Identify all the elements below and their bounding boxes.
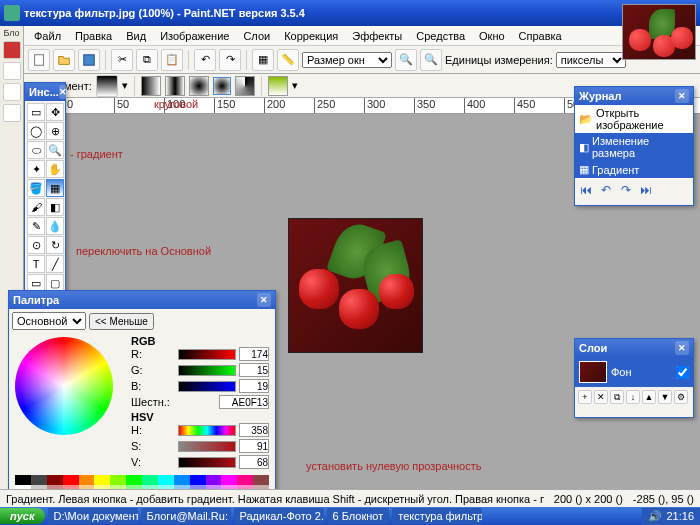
pan-tool[interactable]: ✋ (46, 160, 64, 178)
taskbar-item[interactable]: D:\Мои документы\... (48, 508, 138, 524)
close-icon[interactable]: ✕ (675, 89, 689, 103)
hex-input[interactable] (219, 395, 269, 409)
eraser-tool[interactable]: ◧ (46, 198, 64, 216)
menu-image[interactable]: Изображение (154, 28, 235, 44)
menu-tools[interactable]: Средства (410, 28, 471, 44)
picker-tool[interactable]: 💧 (46, 217, 64, 235)
color-mode-select[interactable]: Основной (12, 312, 86, 330)
open-icon[interactable] (53, 49, 75, 71)
less-button[interactable]: << Меньше (89, 313, 154, 330)
fill-tool[interactable]: 🪣 (27, 179, 45, 197)
system-tray[interactable]: 🔊21:16 (642, 508, 700, 525)
line-tool[interactable]: ╱ (46, 255, 64, 273)
gradient-linear-icon[interactable] (141, 76, 161, 96)
pencil-tool[interactable]: ✎ (27, 217, 45, 235)
rect-select-tool[interactable]: ▭ (27, 103, 45, 121)
menu-help[interactable]: Справка (513, 28, 568, 44)
gradient-mode-icon[interactable] (268, 76, 288, 96)
layer-down-icon[interactable]: ▼ (658, 390, 672, 404)
g-input[interactable] (239, 363, 269, 377)
history-panel: Журнал✕ 📂Открыть изображение ◧Изменение … (574, 86, 694, 206)
layer-up-icon[interactable]: ▲ (642, 390, 656, 404)
close-icon[interactable]: ✕ (257, 293, 271, 307)
taskbar-item[interactable]: текстура фильтр.j... (392, 508, 482, 524)
sidebar-icon[interactable] (3, 62, 21, 80)
redo-icon[interactable]: ↷ (219, 49, 241, 71)
gradient-linear2-icon[interactable] (165, 76, 185, 96)
history-undo-icon[interactable]: ↶ (598, 182, 614, 198)
taskbar-item[interactable]: Радикал-Фото 2.6 ... (234, 508, 324, 524)
zoom-in-icon[interactable]: 🔍 (395, 49, 417, 71)
history-last-icon[interactable]: ⏭ (638, 182, 654, 198)
ruler-icon[interactable]: 📏 (277, 49, 299, 71)
gradient-conical-icon[interactable] (235, 76, 255, 96)
menu-file[interactable]: Файл (28, 28, 67, 44)
gradient-tool[interactable]: ▦ (46, 179, 64, 197)
menu-edit[interactable]: Правка (69, 28, 118, 44)
units-select[interactable]: пикселы (556, 52, 626, 68)
clone-tool[interactable]: ⊙ (27, 236, 45, 254)
h-slider[interactable] (178, 425, 236, 436)
recolor-tool[interactable]: ↻ (46, 236, 64, 254)
layer-props-icon[interactable]: ⚙ (674, 390, 688, 404)
menu-effects[interactable]: Эффекты (346, 28, 408, 44)
sidebar-icon[interactable] (3, 83, 21, 101)
taskbar-item[interactable]: Блоги@Mail.Ru: Но... (141, 508, 231, 524)
color-wheel[interactable] (15, 337, 113, 435)
r-input[interactable] (239, 347, 269, 361)
menu-layers[interactable]: Слои (237, 28, 276, 44)
b-input[interactable] (239, 379, 269, 393)
save-icon[interactable] (78, 49, 100, 71)
new-icon[interactable] (28, 49, 50, 71)
zoom-out-icon[interactable]: 🔍 (420, 49, 442, 71)
undo-icon[interactable]: ↶ (194, 49, 216, 71)
history-item[interactable]: ▦Градиент (575, 161, 693, 178)
cut-icon[interactable]: ✂ (111, 49, 133, 71)
history-item[interactable]: ◧Изменение размера (575, 133, 693, 161)
sidebar-icon[interactable] (3, 104, 21, 122)
gradient-diamond-icon[interactable] (189, 76, 209, 96)
sidebar-icon[interactable] (3, 41, 21, 59)
move-tool[interactable]: ✥ (46, 103, 64, 121)
r-slider[interactable] (178, 349, 236, 360)
menu-correction[interactable]: Коррекция (278, 28, 344, 44)
history-redo-icon[interactable]: ↷ (618, 182, 634, 198)
history-item[interactable]: 📂Открыть изображение (575, 105, 693, 133)
duplicate-layer-icon[interactable]: ⧉ (610, 390, 624, 404)
layer-visible-checkbox[interactable] (676, 366, 689, 379)
b-slider[interactable] (178, 381, 236, 392)
close-icon[interactable]: ✕ (675, 341, 689, 355)
paste-icon[interactable]: 📋 (161, 49, 183, 71)
delete-layer-icon[interactable]: ✕ (594, 390, 608, 404)
taskbar-item[interactable]: 6 Блокнот (327, 508, 390, 524)
wand-tool[interactable]: ✦ (27, 160, 45, 178)
gradient-radial-icon[interactable] (213, 77, 231, 95)
grid-icon[interactable]: ▦ (252, 49, 274, 71)
copy-icon[interactable]: ⧉ (136, 49, 158, 71)
g-slider[interactable] (178, 365, 236, 376)
start-button[interactable]: пуск (0, 508, 45, 524)
lasso-tool[interactable]: ◯ (27, 122, 45, 140)
zoom-select[interactable]: Размер окн (302, 52, 392, 68)
merge-layer-icon[interactable]: ↓ (626, 390, 640, 404)
h-input[interactable] (239, 423, 269, 437)
canvas-image[interactable] (288, 218, 423, 353)
ellipse-select-tool[interactable]: ⬭ (27, 141, 45, 159)
navigator-thumbnail[interactable] (622, 4, 696, 60)
gradient-tool-icon[interactable] (96, 75, 118, 97)
close-icon[interactable]: ✕ (59, 85, 67, 99)
svg-rect-0 (35, 54, 44, 65)
v-input[interactable] (239, 455, 269, 469)
s-input[interactable] (239, 439, 269, 453)
move-selection-tool[interactable]: ⊕ (46, 122, 64, 140)
s-slider[interactable] (178, 441, 236, 452)
menu-view[interactable]: Вид (120, 28, 152, 44)
add-layer-icon[interactable]: + (578, 390, 592, 404)
layer-item[interactable]: Фон (575, 357, 693, 387)
v-slider[interactable] (178, 457, 236, 468)
zoom-tool[interactable]: 🔍 (46, 141, 64, 159)
brush-tool[interactable]: 🖌 (27, 198, 45, 216)
history-first-icon[interactable]: ⏮ (578, 182, 594, 198)
menu-window[interactable]: Окно (473, 28, 511, 44)
text-tool[interactable]: T (27, 255, 45, 273)
